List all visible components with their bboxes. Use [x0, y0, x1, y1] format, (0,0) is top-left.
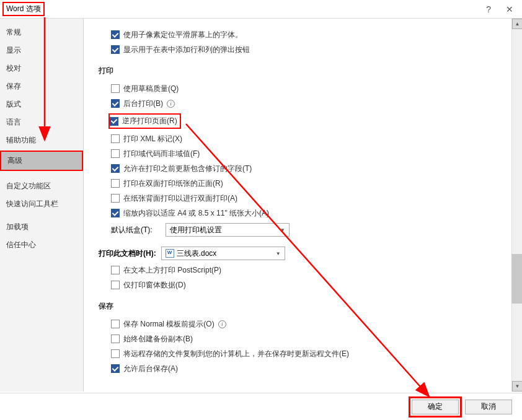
option-update-fields[interactable]: 允许在打印之前更新包含修订的字段(T)	[111, 162, 507, 175]
option-back-duplex[interactable]: 在纸张背面打印以进行双面打印(A)	[111, 192, 507, 204]
dropdown-tray-value: 使用打印机设置	[170, 225, 222, 235]
scroll-thumb[interactable]	[511, 254, 522, 304]
checkbox-field-codes[interactable]	[111, 149, 120, 158]
option-remote-copy[interactable]: 将远程存储的文件复制到您的计算机上，并在保存时更新远程文件(E)	[111, 348, 507, 360]
label-backup: 始终创建备份副本(B)	[123, 334, 193, 344]
section-header-save: 保存	[99, 301, 507, 312]
titlebar-controls: ? ✕	[486, 4, 520, 14]
label-back-duplex: 在纸张背面打印以进行双面打印(A)	[123, 193, 237, 204]
label-front-duplex: 打印在双面打印纸张的正面(R)	[123, 178, 223, 189]
option-print-xml[interactable]: 打印 XML 标记(X)	[111, 133, 507, 145]
section-header-print: 打印	[99, 66, 507, 76]
checkbox-reverse-print[interactable]	[110, 117, 118, 126]
sidebar-nav: 常规 显示 校对 保存 版式 语言 辅助功能 高级 自定义功能区 快速访问工具栏…	[0, 19, 84, 392]
dropdown-print-doc[interactable]: 三线表.docx ▼	[161, 247, 285, 260]
sidebar-item-general[interactable]: 常规	[0, 24, 83, 42]
option-subpixel[interactable]: 使用子像素定位平滑屏幕上的字体。	[111, 28, 507, 41]
sidebar-item-language[interactable]: 语言	[0, 113, 83, 131]
chevron-down-icon: ▼	[273, 251, 283, 256]
info-icon[interactable]: i	[218, 320, 226, 328]
label-print-this-doc: 打印此文档时(H):	[99, 248, 156, 259]
checkbox-scale-a4[interactable]	[111, 209, 120, 217]
label-xml: 打印 XML 标记(X)	[123, 134, 182, 144]
sidebar-item-customize-ribbon[interactable]: 自定义功能区	[0, 177, 83, 195]
checkbox-backup[interactable]	[111, 335, 120, 343]
option-popup-btn[interactable]: 显示用于在表中添加行和列的弹出按钮	[111, 43, 507, 56]
sidebar-item-advanced[interactable]: 高级	[0, 151, 83, 171]
label-draft: 使用草稿质量(Q)	[123, 84, 179, 94]
content-panel: 使用子像素定位平滑屏幕上的字体。 显示用于在表中添加行和列的弹出按钮 打印 使用…	[84, 19, 522, 392]
sidebar-item-accessibility[interactable]: 辅助功能	[0, 131, 83, 149]
dropdown-doc-value: 三线表.docx	[177, 248, 217, 259]
titlebar: Word 选项 ? ✕	[0, 0, 522, 19]
checkbox-back-duplex[interactable]	[111, 194, 120, 203]
checkbox-remote-copy[interactable]	[111, 349, 120, 358]
label-normal-prompt: 保存 Normal 模板前提示(O)	[123, 319, 215, 330]
window-title: Word 选项	[2, 2, 45, 16]
label-postscript: 在文本上方打印 PostScript(P)	[123, 265, 221, 276]
main-area: 常规 显示 校对 保存 版式 语言 辅助功能 高级 自定义功能区 快速访问工具栏…	[0, 19, 522, 392]
option-background-print[interactable]: 后台打印(B) i	[111, 97, 507, 110]
label-background-save: 允许后台保存(A)	[123, 364, 178, 374]
print-this-doc-row: 打印此文档时(H): 三线表.docx ▼	[99, 247, 507, 260]
checkbox-background-save[interactable]	[111, 364, 120, 373]
dialog-footer: 确定 取消	[0, 393, 522, 420]
help-icon[interactable]: ?	[486, 4, 491, 14]
checkbox-xml[interactable]	[111, 134, 120, 143]
option-postscript[interactable]: 在文本上方打印 PostScript(P)	[111, 264, 507, 276]
sidebar-item-display[interactable]: 显示	[0, 42, 83, 59]
scrollbar[interactable]: ▲ ▼	[511, 19, 522, 392]
sidebar-item-addins[interactable]: 加载项	[0, 218, 83, 236]
label-default-tray: 默认纸盒(T):	[111, 225, 161, 235]
sidebar-item-trust-center[interactable]: 信任中心	[0, 236, 83, 254]
option-normal-prompt[interactable]: 保存 Normal 模板前提示(O) i	[111, 318, 507, 330]
chevron-down-icon: ▼	[278, 227, 288, 233]
option-field-codes[interactable]: 打印域代码而非域值(F)	[111, 147, 507, 160]
sidebar-item-layout[interactable]: 版式	[0, 95, 83, 113]
checkbox-front-duplex[interactable]	[111, 179, 120, 188]
sidebar-item-save[interactable]: 保存	[0, 77, 83, 95]
label-update-fields: 允许在打印之前更新包含修订的字段(T)	[123, 164, 252, 174]
checkbox-postscript[interactable]	[111, 266, 120, 274]
option-backup[interactable]: 始终创建备份副本(B)	[111, 333, 507, 345]
ok-button[interactable]: 确定	[412, 400, 459, 414]
cancel-button[interactable]: 取消	[465, 400, 512, 414]
label-subpixel: 使用子像素定位平滑屏幕上的字体。	[123, 30, 242, 40]
option-background-save[interactable]: 允许后台保存(A)	[111, 362, 507, 375]
label-scale-a4: 缩放内容以适应 A4 或 8.5 x 11" 纸张大小(A)	[123, 208, 269, 219]
info-icon[interactable]: i	[167, 100, 175, 108]
sidebar-item-quick-access[interactable]: 快速访问工具栏	[0, 195, 83, 213]
label-remote-copy: 将远程存储的文件复制到您的计算机上，并在保存时更新远程文件(E)	[123, 349, 349, 359]
checkbox-update-fields[interactable]	[111, 164, 120, 173]
option-scale-a4[interactable]: 缩放内容以适应 A4 或 8.5 x 11" 纸张大小(A)	[111, 207, 507, 219]
dropdown-default-tray[interactable]: 使用打印机设置 ▼	[166, 223, 290, 237]
checkbox-popup-btn[interactable]	[111, 45, 120, 54]
label-background-print: 后台打印(B)	[123, 98, 163, 109]
label-forms-only: 仅打印窗体数据(D)	[123, 280, 186, 291]
checkbox-subpixel[interactable]	[111, 30, 120, 39]
scroll-down-icon[interactable]: ▼	[512, 381, 522, 392]
label-popup-btn: 显示用于在表中添加行和列的弹出按钮	[123, 45, 250, 55]
word-doc-icon	[166, 249, 174, 258]
sidebar-item-proofing[interactable]: 校对	[0, 59, 83, 77]
checkbox-draft[interactable]	[111, 84, 120, 93]
close-icon[interactable]: ✕	[506, 4, 513, 14]
scroll-up-icon[interactable]: ▲	[512, 19, 522, 29]
option-reverse-print-highlight: 逆序打印页面(R)	[108, 113, 181, 129]
checkbox-normal-prompt[interactable]	[111, 320, 120, 328]
option-front-duplex[interactable]: 打印在双面打印纸张的正面(R)	[111, 177, 507, 190]
option-forms-only[interactable]: 仅打印窗体数据(D)	[111, 279, 507, 291]
label-reverse-print: 逆序打印页面(R)	[122, 116, 177, 126]
checkbox-forms-only[interactable]	[111, 281, 120, 289]
default-tray-row: 默认纸盒(T): 使用打印机设置 ▼	[111, 223, 507, 237]
label-field-codes: 打印域代码而非域值(F)	[123, 149, 200, 159]
option-draft-quality[interactable]: 使用草稿质量(Q)	[111, 82, 507, 95]
checkbox-background-print[interactable]	[111, 99, 120, 108]
